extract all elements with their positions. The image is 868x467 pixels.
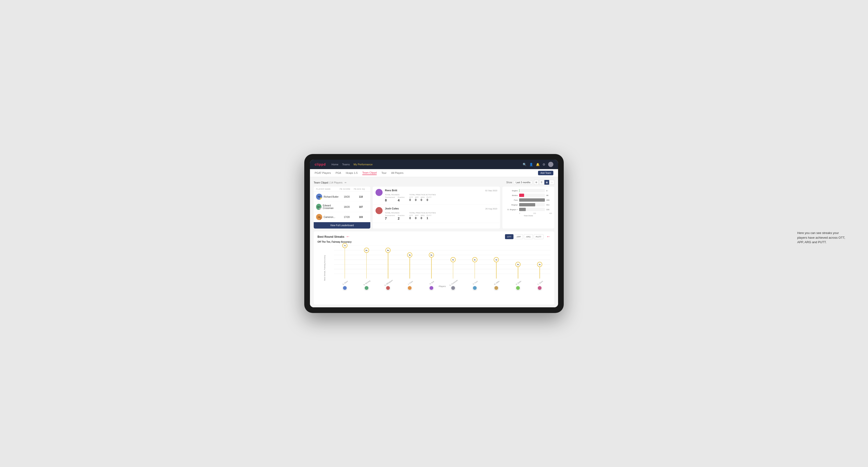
nav-my-performance[interactable]: My Performance	[353, 163, 373, 166]
player-card-name-1: Rees Britt	[385, 189, 397, 192]
player-card-rees-britt: Rees Britt 02 Sep 2023 Total Rounds Tour…	[373, 187, 500, 205]
streak-col: 4x E. Crossman	[442, 246, 464, 279]
app-stat-2: APP 0	[415, 214, 418, 220]
nav-home[interactable]: Home	[331, 163, 338, 166]
nav-teams[interactable]: Teams	[342, 163, 350, 166]
leaderboard-panel: PLAYER NAME PB SCORE PB AVG SQ RB 1 Rich…	[314, 187, 370, 228]
filter-arg[interactable]: ARG	[524, 234, 533, 239]
user-icon[interactable]: 👤	[529, 163, 533, 166]
player-avatar-2: EC 2	[316, 204, 321, 210]
arg-stat-2: ARG 0	[421, 214, 425, 220]
lb-avg-3: 103	[354, 216, 368, 218]
bar-chart: Eagles 3 Birdies 96 Pars 499 Bogeys 311 …	[505, 189, 552, 217]
player-card-avatar-1	[375, 189, 382, 196]
streak-player-dot	[385, 286, 390, 290]
bar-wrap	[519, 203, 545, 206]
streak-player-dot	[537, 286, 542, 290]
subnav-pga[interactable]: PGA	[336, 172, 341, 175]
practice-rounds-1: Practice 4	[398, 196, 404, 202]
streaks-title: Best Round Streaks ←	[317, 234, 350, 239]
add-team-button[interactable]: Add Team	[538, 171, 553, 175]
filter-app[interactable]: APP	[515, 234, 523, 239]
tournament-label-1: Tournament	[385, 196, 395, 198]
streak-bubble: 3x	[537, 262, 542, 267]
bar-label: D. Bogeys +	[505, 209, 518, 211]
annotation-box: Here you can see streaks your players ha…	[797, 231, 849, 245]
player-card-date-1: 02 Sep 2023	[485, 189, 497, 192]
player-card-info-2: Josh Coles 26 Aug 2023 Total Rounds Tour…	[385, 207, 497, 220]
streak-bar-line	[345, 246, 345, 279]
streak-col: 4x D. Ford	[464, 246, 486, 279]
lb-header: PLAYER NAME PB SCORE PB AVG SQ	[314, 187, 370, 192]
players-panel: Rees Britt 02 Sep 2023 Total Rounds Tour…	[373, 187, 500, 228]
streaks-section: Best Round Streaks ← OTT APP ARG PUTT ← …	[314, 231, 554, 305]
rank-badge-2: 2	[319, 208, 321, 210]
bar-wrap	[519, 194, 545, 197]
chart-bar-row: Eagles 3	[505, 189, 552, 192]
lb-score-3: 17/20	[340, 216, 354, 218]
streak-player-dot	[494, 286, 499, 290]
subnav-hcaps[interactable]: Hcaps 1-5	[346, 172, 358, 175]
settings-icon[interactable]: ⚙	[542, 163, 545, 166]
tournament-val-1: 8	[385, 198, 395, 202]
x-label: 200	[533, 213, 536, 214]
streak-col: 5x R. Britt	[421, 246, 442, 279]
streak-bubble: 6x	[364, 248, 369, 253]
bar-wrap	[519, 208, 545, 211]
search-icon[interactable]: 🔍	[523, 163, 526, 166]
total-rounds-group-2: Total Rounds Tournament 7 Practice	[385, 212, 404, 220]
lb-row-1: RB 1 Richard Butler 19/20 110	[314, 192, 370, 202]
chart-title: Total Shots	[505, 215, 552, 217]
show-select[interactable]: Last 3 months	[514, 181, 532, 184]
practice-label-1: Practice	[398, 196, 404, 198]
player-avatar-1: RB 1	[316, 194, 322, 200]
ott-stat-2: OTT 0	[409, 214, 413, 220]
streak-bar-line	[474, 260, 475, 279]
subnav-tour[interactable]: Tour	[381, 172, 386, 175]
team-name: Team Clippd | 14 Players	[314, 181, 343, 184]
view-icons: ⊞ ☰ ▦ ↕	[534, 180, 554, 185]
streak-bubble: 4x	[451, 257, 456, 262]
subnav-all-players[interactable]: All Players	[391, 172, 404, 175]
x-label: 400	[549, 213, 552, 214]
streaks-filter: OTT APP ARG PUTT ←	[505, 234, 551, 239]
streak-player-dot	[516, 286, 520, 290]
total-rounds-label-2: Total Rounds	[385, 212, 404, 214]
lb-score-1: 19/20	[340, 195, 354, 198]
subnav-team-clippd[interactable]: Team Clippd	[362, 171, 377, 175]
bar-fill	[519, 203, 535, 206]
streak-col: 6x B. McHarg	[356, 246, 377, 279]
streak-player-dot	[364, 286, 369, 290]
practice-activities-group-2: Total Practice Activities OTT 0 APP	[409, 212, 436, 220]
streak-bubble: 4x	[494, 257, 499, 262]
rank-badge-3: 3	[320, 218, 322, 220]
streak-player-dot	[472, 286, 477, 290]
player-card-date-2: 26 Aug 2023	[485, 208, 497, 210]
arrow-left-icon: ←	[346, 234, 350, 239]
card-view-btn[interactable]: ▦	[545, 180, 549, 185]
bell-icon[interactable]: 🔔	[536, 163, 540, 166]
streak-bar-line	[366, 250, 367, 279]
edit-icon[interactable]: ✏	[345, 181, 346, 184]
nav-right: 🔍 👤 🔔 ⚙	[523, 162, 553, 167]
practice-rounds-2: Practice 2	[398, 214, 404, 220]
chart-bar-row: Bogeys 311	[505, 203, 552, 206]
streak-bubble: 5x	[407, 252, 412, 257]
bar-fill	[519, 208, 526, 211]
grid-view-btn[interactable]: ⊞	[534, 180, 539, 185]
filter-putt[interactable]: PUTT	[534, 234, 544, 239]
bar-wrap	[519, 198, 545, 201]
user-avatar[interactable]	[548, 162, 553, 167]
player-card-josh-coles: Josh Coles 26 Aug 2023 Total Rounds Tour…	[373, 205, 500, 223]
subnav-pgat[interactable]: PGAT Players	[315, 172, 331, 175]
chart-view-btn[interactable]: ↕	[550, 180, 554, 185]
lb-row-2: EC 2 Edward Crossman 18/20 107	[314, 202, 370, 212]
bar-value: 311	[546, 204, 552, 206]
filter-ott[interactable]: OTT	[505, 234, 514, 239]
chart-bar-row: Birdies 96	[505, 194, 552, 197]
view-full-leaderboard-button[interactable]: View Full Leaderboard	[314, 222, 370, 228]
streaks-subtitle-bold: Off The Tee	[317, 241, 330, 243]
list-view-btn[interactable]: ☰	[539, 180, 544, 185]
tablet-frame: clippd Home Teams My Performance 🔍 👤 🔔 ⚙…	[304, 154, 564, 313]
total-rounds-group-1: Total Rounds Tournament 8 Practice	[385, 194, 404, 202]
